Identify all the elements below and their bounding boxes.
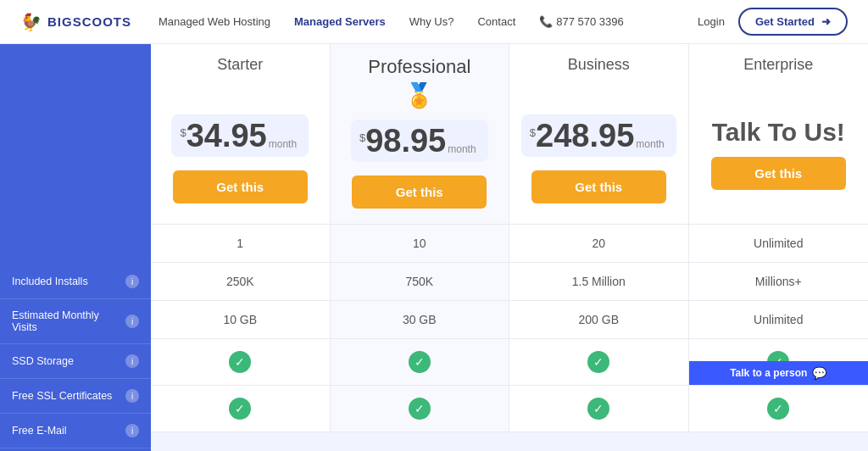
logo[interactable]: 🐓 BIGSCOOTS: [20, 12, 131, 32]
cell-business-visits: 1.5 Million: [509, 263, 689, 300]
main-content: Included Installs i Estimated Monthly Vi…: [0, 44, 868, 451]
plan-professional-price: $ 98.95 month: [351, 120, 488, 162]
check-icon: ✓: [409, 351, 431, 373]
row-ssl: ✓ ✓ ✓ ✓ Talk to a person 💬: [151, 339, 868, 386]
info-icon-storage[interactable]: i: [125, 354, 139, 368]
row-visits: 250K 750K 1.5 Million Millions+: [151, 263, 868, 301]
plans-header: Starter $ 34.95 month Get this Professio…: [151, 44, 868, 225]
plan-enterprise-name: Enterprise: [699, 56, 859, 74]
row-email: ✓ ✓ ✓ ✓: [151, 386, 868, 432]
cell-enterprise-storage: Unlimited: [689, 301, 869, 338]
plan-business-price: $ 248.95 month: [521, 114, 676, 157]
cell-starter-visits: 250K: [151, 263, 331, 300]
sidebar-item-installs: Included Installs i: [0, 248, 151, 299]
check-icon: ✓: [587, 351, 609, 373]
feature-rows: 1 10 20 Unlimited 250K 750K 1.5 Million …: [151, 225, 868, 451]
cell-business-storage: 200 GB: [509, 301, 689, 338]
cell-enterprise-installs: Unlimited: [689, 225, 869, 262]
medal-icon: 🏅: [341, 81, 499, 109]
cell-starter-installs: 1: [151, 225, 331, 262]
cell-starter-storage: 10 GB: [151, 301, 331, 338]
plan-starter: Starter $ 34.95 month Get this: [151, 44, 331, 225]
cell-business-ssl: ✓: [509, 339, 689, 385]
info-icon-ssl[interactable]: i: [125, 389, 139, 403]
chat-icon: 💬: [812, 366, 826, 380]
arrow-icon: ➜: [821, 15, 831, 28]
check-icon: ✓: [229, 398, 251, 420]
logo-text: BIGSCOOTS: [47, 14, 131, 29]
plan-professional: Professional 🏅 $ 98.95 month Get this: [331, 44, 510, 225]
talk-person-label[interactable]: Talk to a person: [730, 367, 807, 379]
phone-number: 📞 877 570 3396: [539, 15, 624, 28]
cell-professional-ssl: ✓: [331, 339, 510, 385]
row-installs: 1 10 20 Unlimited: [151, 225, 868, 263]
get-this-button-enterprise[interactable]: Get this: [711, 157, 846, 190]
plan-professional-name: Professional: [341, 56, 499, 78]
plan-business-name: Business: [520, 56, 678, 74]
logo-icon: 🐓: [20, 12, 42, 32]
header-right: Login Get Started ➜: [698, 8, 848, 36]
cell-professional-visits: 750K: [331, 263, 510, 300]
sidebar-item-visits: Estimated Monthly Visits i: [0, 299, 151, 344]
info-icon-email[interactable]: i: [125, 424, 139, 437]
plan-starter-price: $ 34.95 month: [171, 114, 309, 157]
main-nav: Managed Web Hosting Managed Servers Why …: [159, 15, 698, 28]
header: 🐓 BIGSCOOTS Managed Web Hosting Managed …: [0, 0, 868, 44]
check-icon: ✓: [229, 351, 251, 373]
nav-managed-hosting[interactable]: Managed Web Hosting: [159, 15, 270, 28]
plan-enterprise: Enterprise Talk To Us! Get this: [689, 44, 869, 225]
nav-why-us[interactable]: Why Us?: [409, 15, 454, 28]
plan-starter-name: Starter: [161, 56, 320, 74]
get-started-button[interactable]: Get Started ➜: [738, 8, 848, 36]
cell-business-email: ✓: [509, 386, 689, 432]
sidebar-item-email: Free E-Mail i: [0, 414, 151, 448]
cell-professional-storage: 30 GB: [331, 301, 510, 338]
sidebar: Included Installs i Estimated Monthly Vi…: [0, 44, 151, 451]
cell-enterprise-visits: Millions+: [689, 263, 869, 300]
get-this-button-starter[interactable]: Get this: [173, 170, 308, 203]
cell-business-installs: 20: [509, 225, 689, 262]
info-icon-visits[interactable]: i: [125, 315, 139, 328]
info-icon-installs[interactable]: i: [125, 275, 139, 288]
sidebar-item-storage: SSD Storage i: [0, 344, 151, 379]
nav-contact[interactable]: Contact: [477, 15, 515, 28]
cell-starter-email: ✓: [151, 386, 331, 432]
talk-to-us-text: Talk To Us!: [699, 118, 859, 147]
get-this-button-professional[interactable]: Get this: [352, 175, 487, 209]
get-this-button-business[interactable]: Get this: [531, 170, 666, 203]
login-link[interactable]: Login: [698, 15, 725, 28]
cell-professional-installs: 10: [331, 225, 510, 262]
check-icon: ✓: [767, 398, 789, 420]
cell-enterprise-ssl: ✓ Talk to a person 💬: [689, 339, 869, 385]
phone-icon: 📞: [539, 15, 553, 28]
sidebar-item-ssl: Free SSL Certificates i: [0, 379, 151, 414]
pricing-area: Starter $ 34.95 month Get this Professio…: [151, 44, 868, 451]
cell-starter-ssl: ✓: [151, 339, 331, 385]
row-storage: 10 GB 30 GB 200 GB Unlimited: [151, 301, 868, 339]
plan-business: Business $ 248.95 month Get this: [509, 44, 689, 225]
check-icon: ✓: [587, 398, 609, 420]
check-icon: ✓: [409, 398, 431, 420]
cell-professional-email: ✓: [331, 386, 510, 432]
nav-managed-servers[interactable]: Managed Servers: [294, 15, 386, 28]
cell-enterprise-email: ✓: [689, 386, 869, 432]
